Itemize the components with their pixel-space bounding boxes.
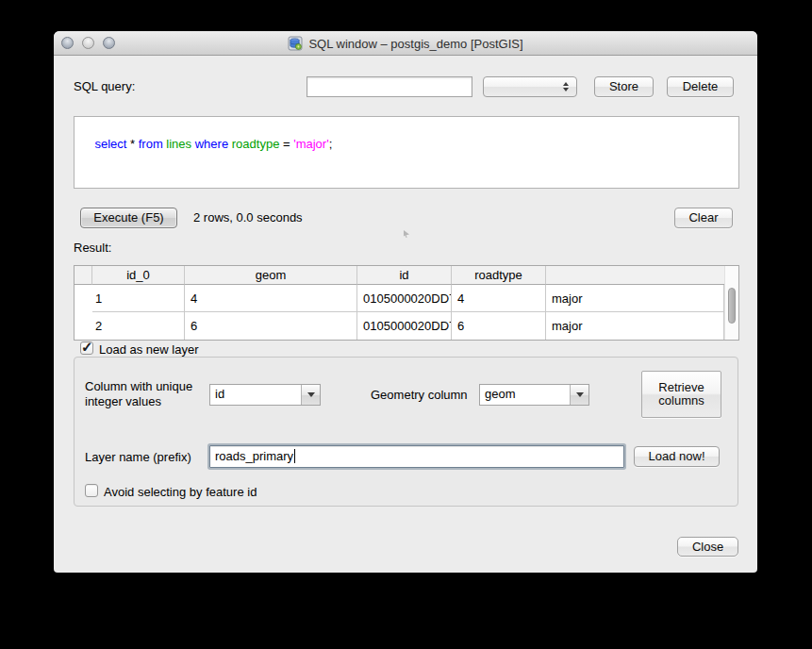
- title-block: SQL window – postgis_demo [PostGIS]: [54, 31, 757, 56]
- stepper-arrows-icon: [561, 77, 571, 96]
- unique-column-combobox[interactable]: id: [209, 384, 321, 406]
- layer-name-input[interactable]: roads_primary: [209, 445, 624, 468]
- sql-query-label: SQL query:: [74, 79, 135, 93]
- title-bar[interactable]: SQL window – postgis_demo [PostGIS]: [54, 31, 757, 56]
- load-as-new-layer-checkbox[interactable]: [80, 341, 93, 355]
- row-number[interactable]: 2: [92, 312, 185, 340]
- header-filler: [546, 266, 724, 285]
- table-vertical-scrollbar[interactable]: [724, 266, 738, 340]
- load-now-button[interactable]: Load now!: [634, 446, 720, 467]
- avoid-selecting-checkbox[interactable]: [85, 484, 98, 497]
- cell-geom[interactable]: 0105000020DD7F00000...: [357, 285, 452, 312]
- cell-id_0[interactable]: 6: [185, 312, 357, 340]
- sql-token: =: [279, 137, 293, 151]
- cell-id[interactable]: 6: [452, 312, 546, 340]
- sql-token: lines: [166, 137, 191, 151]
- cell-roadtype[interactable]: major: [546, 285, 724, 312]
- sql-token: 'major': [293, 137, 328, 151]
- layer-name-label: Layer name (prefix): [85, 450, 191, 464]
- saved-queries-select[interactable]: [483, 76, 577, 97]
- unique-column-value: id: [215, 387, 299, 401]
- query-status-text: 2 rows, 0.0 seconds: [193, 210, 303, 225]
- cell-id_0[interactable]: 4: [185, 285, 357, 312]
- database-icon: [288, 36, 303, 51]
- avoid-selecting-label: Avoid selecting by feature id: [104, 485, 257, 499]
- dropdown-arrow-icon[interactable]: [301, 385, 320, 405]
- cell-id[interactable]: 4: [452, 285, 546, 312]
- cell-roadtype[interactable]: major: [546, 312, 724, 340]
- store-button[interactable]: Store: [594, 76, 654, 97]
- dropdown-arrow-icon[interactable]: [570, 385, 588, 405]
- table-corner-header: [75, 266, 92, 285]
- close-button[interactable]: Close: [677, 537, 738, 557]
- sql-token: select: [94, 137, 126, 151]
- sql-token: where: [195, 137, 228, 151]
- execute-button[interactable]: Execute (F5): [80, 208, 177, 228]
- result-label: Result:: [74, 241, 111, 255]
- text-caret: [294, 449, 295, 463]
- unique-column-label: Column with unique integer values: [85, 379, 209, 409]
- query-name-input[interactable]: [307, 76, 472, 97]
- clear-button[interactable]: Clear: [674, 208, 733, 228]
- sql-token: ;: [329, 137, 333, 151]
- result-grid: id_0 geom id roadtype 1 4 0105000020DD7F…: [75, 266, 724, 340]
- geometry-column-combobox[interactable]: geom: [479, 384, 589, 406]
- layer-name-value: roads_primary: [215, 449, 293, 463]
- retrieve-columns-button[interactable]: Retrieve columns: [641, 371, 721, 418]
- geometry-column-value: geom: [485, 387, 568, 401]
- table-filler: [75, 285, 92, 340]
- desktop-background: { "window": { "title": "SQL window – pos…: [0, 0, 812, 649]
- window-title: SQL window – postgis_demo [PostGIS]: [308, 37, 522, 51]
- sql-token: from: [139, 137, 163, 151]
- load-as-new-layer-label: Load as new layer: [99, 342, 199, 357]
- column-header-geom[interactable]: geom: [185, 266, 357, 285]
- sql-token: roadtype: [232, 137, 280, 151]
- sql-editor[interactable]: select * from lines where roadtype = 'ma…: [74, 116, 739, 189]
- column-header-id[interactable]: id: [357, 266, 452, 285]
- sql-window: SQL window – postgis_demo [PostGIS] SQL …: [54, 31, 757, 573]
- row-number[interactable]: 1: [92, 285, 185, 312]
- result-table: id_0 geom id roadtype 1 4 0105000020DD7F…: [74, 265, 739, 341]
- delete-button[interactable]: Delete: [667, 76, 734, 97]
- cell-geom[interactable]: 0105000020DD7F00000...: [357, 312, 452, 340]
- scrollbar-thumb[interactable]: [728, 288, 736, 324]
- sql-token: *: [126, 137, 138, 151]
- geometry-column-label: Geometry column: [371, 388, 468, 402]
- column-header-id_0[interactable]: id_0: [92, 266, 185, 285]
- column-header-roadtype[interactable]: roadtype: [452, 266, 546, 285]
